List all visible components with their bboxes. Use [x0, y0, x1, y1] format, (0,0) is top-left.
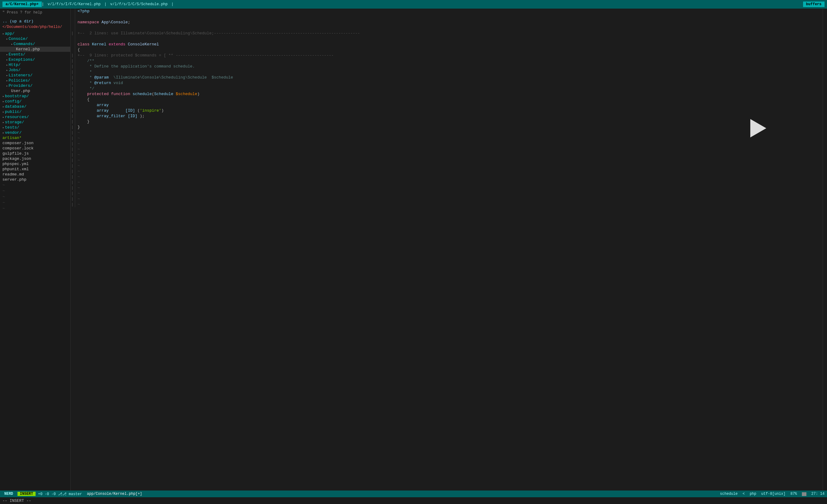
code-line-tilde-14: | ~ [70, 202, 823, 207]
status-bar: NERD INSERT +0 -0 -0 ⎇⎇ master app/Conso… [0, 491, 827, 497]
sidebar-item-events[interactable]: ▸ Events/ [0, 52, 70, 57]
code-line-tilde-5: | ~ [70, 152, 823, 158]
code-line-16: | array [70, 102, 823, 108]
arrow-icon: ▸ [6, 73, 8, 77]
folder-label: config/ [5, 99, 22, 104]
folder-label: Providers/ [9, 84, 33, 88]
sidebar-item-bootstrap[interactable]: ▸ bootstrap/ [0, 94, 70, 99]
tab-separator-3: | [172, 2, 174, 6]
status-right-section: schedule < php utf-8[unix] 87% ▇▇ 27: 14 [720, 492, 825, 496]
code-line-tilde-8: | ~ [70, 169, 823, 174]
sidebar-item-phpunit[interactable]: phpunit.xml [0, 166, 70, 172]
code-line-tilde-10: | ~ [70, 180, 823, 185]
code-line-11: | * @param \Illuminate\Console\Schedulin… [70, 75, 823, 81]
sidebar-item-providers[interactable]: ▸ Providers/ [0, 83, 70, 88]
arrow-icon: ▸ [2, 32, 4, 36]
folder-label: public/ [5, 109, 22, 114]
sidebar-item-gulpfile[interactable]: gulpfile.js [0, 151, 70, 156]
arrow-icon: ▸ [2, 126, 4, 130]
code-line-8: | /** [70, 58, 823, 64]
scrollbar-right[interactable] [823, 9, 827, 491]
top-tab-bar: a/C/Kernel.php+ | v/l/f/s/I/F/C/Kernel.p… [0, 0, 827, 9]
file-label: composer.lock [2, 146, 34, 151]
sidebar-item-public[interactable]: ▸ public/ [0, 109, 70, 114]
arrow-icon: ▸ [6, 53, 8, 56]
folder-label: storage/ [5, 120, 24, 124]
file-label: package.json [2, 156, 31, 161]
sidebar-item-composer-lock[interactable]: composer.lock [0, 146, 70, 151]
arrow-icon: ▸ [6, 58, 8, 62]
sidebar-item-exceptions[interactable]: ▸ Exceptions/ [0, 57, 70, 62]
code-line-12: | * @return void [70, 81, 823, 86]
code-line-6: class Kernel extends ConsoleKernel [70, 42, 823, 47]
sidebar-item-tests[interactable]: ▸ tests/ [0, 125, 70, 130]
cmd-bar-text: -- INSERT -- [2, 499, 31, 503]
code-editor[interactable]: <?php namespace App\Console; | +-- 2 lin… [70, 9, 823, 491]
file-label: composer.json [2, 141, 34, 145]
code-line-14: | protected function schedule(Schedule $… [70, 91, 823, 97]
file-label: artisan* [2, 136, 21, 140]
code-line-tilde-9: | ~ [70, 174, 823, 180]
folder-label: Listeners/ [9, 73, 33, 78]
folder-label: Http/ [9, 62, 20, 67]
status-scroll-pct: 87% [790, 492, 797, 496]
code-line-9: | * Define the application's command sch… [70, 64, 823, 69]
code-line-fold1: | +-- 2 lines: use Illuminate\Console\Sc… [70, 31, 823, 36]
sidebar-item-http[interactable]: ▸ Http/ [0, 62, 70, 67]
tab-kernel-inactive[interactable]: v/l/f/s/I/F/C/Kernel.php [44, 2, 104, 7]
play-triangle-icon [750, 119, 766, 138]
code-line-7: { [70, 47, 823, 53]
code-line-tilde-13: | ~ [70, 196, 823, 202]
sidebar-item-jobs[interactable]: ▸ Jobs/ [0, 67, 70, 73]
code-line-5 [70, 36, 823, 42]
code-line-13: | */ [70, 86, 823, 91]
status-git-info: +0 -0 -0 ⎇⎇ master [38, 492, 82, 496]
sidebar-item-readme[interactable]: readme.md [0, 172, 70, 177]
tab-separator-2: | [104, 2, 106, 6]
code-line-4 [70, 25, 823, 31]
code-line-tilde-1: | ~ [70, 130, 823, 136]
play-button[interactable] [749, 119, 768, 138]
sidebar-item-policies[interactable]: ▸ Policies/ [0, 78, 70, 83]
file-label: gulpfile.js [2, 151, 29, 156]
sidebar-item-resources[interactable]: ▸ resources/ [0, 114, 70, 120]
arrow-icon: ▸ [6, 63, 8, 67]
code-line-18: | array_filter [ID] ); [70, 113, 823, 119]
tab-kernel-active[interactable]: a/C/Kernel.php+ [2, 2, 42, 7]
sidebar-item-kernel[interactable]: Kernel.php [0, 47, 70, 52]
file-label: phpspec.yml [2, 162, 29, 166]
file-label: server.php [2, 177, 27, 182]
sidebar-item-commands[interactable]: ▸ Commands/ [0, 41, 70, 47]
code-content[interactable]: <?php namespace App\Console; | +-- 2 lin… [70, 9, 823, 491]
status-angle: < [743, 492, 745, 496]
status-filename: app/Console/Kernel.php[+] [87, 492, 142, 496]
sidebar-item-server[interactable]: server.php [0, 177, 70, 182]
status-language: php [750, 492, 757, 496]
code-line-tilde-6: | ~ [70, 158, 823, 163]
main-layout: " Press ? for help .. (up a dir) </Docum… [0, 9, 827, 491]
sidebar-item-config[interactable]: ▸ config/ [0, 99, 70, 104]
arrow-icon: ▸ [2, 115, 4, 119]
tab-schedule[interactable]: v/l/f/s/I/C/S/Schedule.php [106, 2, 171, 7]
sidebar-item-vendor[interactable]: ▸ vendor/ [0, 130, 70, 135]
buffers-button[interactable]: buffers [803, 2, 825, 7]
folder-label: Commands/ [13, 42, 35, 46]
sidebar-item-composer-json[interactable]: composer.json [0, 141, 70, 146]
sidebar-item-user[interactable]: User.php [0, 88, 70, 94]
arrow-icon: ▸ [6, 68, 8, 72]
sidebar-item-app[interactable]: ▸ app/ [0, 31, 70, 36]
sidebar-item-listeners[interactable]: ▸ Listeners/ [0, 73, 70, 78]
sidebar-item-artisan[interactable]: artisan* [0, 135, 70, 141]
code-line-10: | * [70, 69, 823, 75]
folder-label: Policies/ [9, 78, 30, 83]
arrow-icon: ▸ [11, 42, 13, 46]
arrow-icon: ▸ [6, 37, 8, 41]
sidebar-item-package-json[interactable]: package.json [0, 156, 70, 161]
sidebar-item-phpspec[interactable]: phpspec.yml [0, 161, 70, 166]
sidebar-item-storage[interactable]: ▸ storage/ [0, 120, 70, 125]
sidebar-updir[interactable]: .. (up a dir) [0, 18, 70, 24]
code-line-3: namespace App\Console; [70, 20, 823, 25]
sidebar-item-database[interactable]: ▸ database/ [0, 104, 70, 109]
file-label: Kernel.php [16, 47, 40, 52]
sidebar-item-console[interactable]: ▸ Console/ [0, 36, 70, 41]
